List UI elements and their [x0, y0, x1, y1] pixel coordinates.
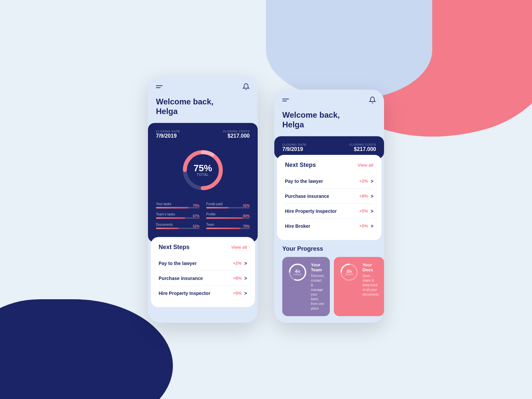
step-right: +5% > — [359, 223, 373, 228]
progress-value: 67% — [193, 214, 200, 217]
step-name: Hire Property Inspector — [285, 208, 337, 213]
progress-item: Your tasks 75% — [156, 202, 200, 208]
progress-item: Team 79% — [206, 222, 250, 229]
step-right: +5% > — [233, 290, 247, 296]
small-donut-num: 4/5 — [294, 269, 302, 273]
donut-center: 75% TOTAL — [194, 164, 212, 177]
bg-shape-blue — [0, 299, 173, 399]
chevron-right-icon: > — [371, 208, 373, 213]
stats-labels-2: CLOSING DATE 7/9/2019 CLOSING COSTS $217… — [282, 143, 376, 152]
progress-value: 52% — [193, 224, 200, 228]
step-item[interactable]: Hire Property Inspector +5% > — [285, 203, 373, 218]
steps-list-1: Pay to the lawyer +2% > Purchase insuran… — [159, 256, 247, 300]
progress-bar-bg — [156, 217, 200, 218]
menu-icon[interactable] — [156, 85, 163, 88]
step-percent: +8% — [233, 276, 241, 281]
step-right: +8% > — [359, 193, 373, 199]
progress-bar-fill — [156, 217, 185, 218]
next-steps-title-2: Next Steps — [285, 161, 316, 168]
step-right: +5% > — [359, 208, 373, 213]
closing-costs-group-2: CLOSING COSTS $217.000 — [349, 143, 376, 152]
chevron-right-icon: > — [371, 178, 373, 184]
your-progress-title: Your Progress — [282, 245, 376, 252]
donut-container: 75% TOTAL — [156, 140, 250, 197]
next-steps-title-1: Next Steps — [159, 243, 190, 250]
phone-1: Welcome back, Helga CLOSING DATE 7/9/201… — [148, 76, 258, 323]
progress-bar-bg — [156, 227, 200, 229]
view-all-link-1[interactable]: View all — [231, 244, 247, 249]
view-all-link-2[interactable]: View all — [358, 162, 373, 167]
progress-card-info: Your Team Discover, contact & manage you… — [311, 262, 325, 311]
phone1-header: Welcome back, Helga — [148, 76, 258, 116]
step-percent: +5% — [233, 291, 241, 296]
small-donut-text: 2/8 SAVED — [345, 269, 353, 275]
step-percent: +8% — [359, 194, 368, 199]
next-steps-header-2: Next Steps View all — [285, 161, 373, 168]
step-item[interactable]: Pay to the lawyer +2% > — [285, 174, 373, 188]
bell-icon[interactable] — [242, 83, 250, 90]
progress-bar-bg — [206, 217, 250, 218]
donut-percent: 75% — [194, 164, 212, 173]
progress-value: 75% — [193, 203, 200, 207]
phone1-bottom — [148, 307, 258, 312]
step-percent: +2% — [359, 179, 368, 184]
progress-value: 52% — [243, 203, 250, 207]
menu-icon-2[interactable] — [282, 99, 289, 101]
closing-date-value-2: 7/9/2019 — [282, 146, 306, 152]
step-percent: +5% — [359, 223, 368, 228]
progress-item: Profile 84% — [206, 212, 250, 218]
stats-card-1: CLOSING DATE 7/9/2019 CLOSING COSTS $217… — [148, 123, 258, 242]
progress-card-title: Your Team — [311, 262, 325, 272]
step-item[interactable]: Hire Broker +5% > — [285, 218, 373, 233]
bell-icon-2[interactable] — [369, 96, 376, 104]
chevron-right-icon: > — [244, 290, 247, 296]
phone-2: Welcome back, Helga CLOSING DATE 7/9/201… — [274, 90, 384, 323]
closing-date-label-2: CLOSING DATE — [282, 143, 306, 146]
progress-bar-fill — [156, 227, 179, 229]
small-donut-sub: SAVED — [345, 273, 353, 275]
small-donut-wrap: 2/8 SAVED — [339, 262, 359, 282]
step-item[interactable]: Pay to the lawyer +2% > — [159, 256, 247, 270]
steps-list-2: Pay to the lawyer +2% > Purchase insuran… — [285, 174, 373, 233]
closing-costs-value-2: $217.000 — [349, 146, 376, 152]
step-item[interactable]: Purchase insurance +8% > — [159, 270, 247, 285]
progress-card-info: Your Docs Save, share & keep track of al… — [362, 262, 379, 297]
stats-labels: CLOSING DATE 7/9/2019 CLOSING COSTS $217… — [156, 129, 250, 139]
small-donut-text: 4/5 HIRED — [294, 269, 302, 275]
welcome-text-2: Welcome back, Helga — [282, 110, 376, 130]
closing-date-group-2: CLOSING DATE 7/9/2019 — [282, 143, 306, 152]
progress-bar-bg — [156, 207, 200, 208]
step-item[interactable]: Hire Property Inspector +5% > — [159, 285, 247, 300]
progress-card-title: Your Docs — [362, 262, 379, 272]
small-donut-wrap: 4/5 HIRED — [288, 262, 308, 282]
your-progress-section: Your Progress 4/5 HIRED Your Team Discov… — [274, 240, 384, 323]
step-item[interactable]: Purchase insurance +8% > — [285, 188, 373, 203]
chevron-right-icon: > — [371, 193, 373, 199]
closing-costs-value: $217.000 — [223, 133, 250, 139]
chevron-right-icon: > — [244, 260, 247, 266]
step-right: +8% > — [233, 275, 247, 281]
closing-date-value: 7/9/2019 — [156, 133, 180, 139]
white-card-1: Next Steps View all Pay to the lawyer +2… — [151, 237, 255, 307]
progress-item: Funds paid 52% — [206, 202, 250, 208]
closing-costs-label-2: CLOSING COSTS — [349, 143, 376, 146]
step-name: Hire Broker — [285, 223, 310, 228]
phones-container: Welcome back, Helga CLOSING DATE 7/9/201… — [148, 76, 384, 323]
progress-card-desc: Discover, contact & manage your team fro… — [311, 273, 325, 311]
chevron-right-icon: > — [244, 275, 247, 281]
white-card-2: Next Steps View all Pay to the lawyer +2… — [277, 155, 381, 240]
next-steps-header-1: Next Steps View all — [159, 243, 247, 250]
closing-date-label: CLOSING DATE — [156, 129, 180, 133]
progress-grid: Your tasks 75% Funds paid 52% Team's tas… — [156, 197, 250, 235]
phone1-topbar — [156, 83, 250, 90]
progress-card-purple[interactable]: 4/5 HIRED Your Team Discover, contact & … — [282, 257, 330, 316]
welcome-text: Welcome back, Helga — [156, 97, 250, 116]
step-percent: +2% — [233, 261, 241, 266]
step-name: Purchase insurance — [285, 193, 329, 199]
step-name: Purchase insurance — [159, 275, 203, 281]
progress-bar-fill — [156, 207, 189, 208]
step-name: Pay to the lawyer — [159, 260, 197, 266]
progress-bar-bg — [206, 207, 250, 208]
phone2-topbar — [282, 96, 376, 104]
progress-card-pink[interactable]: 2/8 SAVED Your Docs Save, share & keep t… — [334, 257, 384, 316]
